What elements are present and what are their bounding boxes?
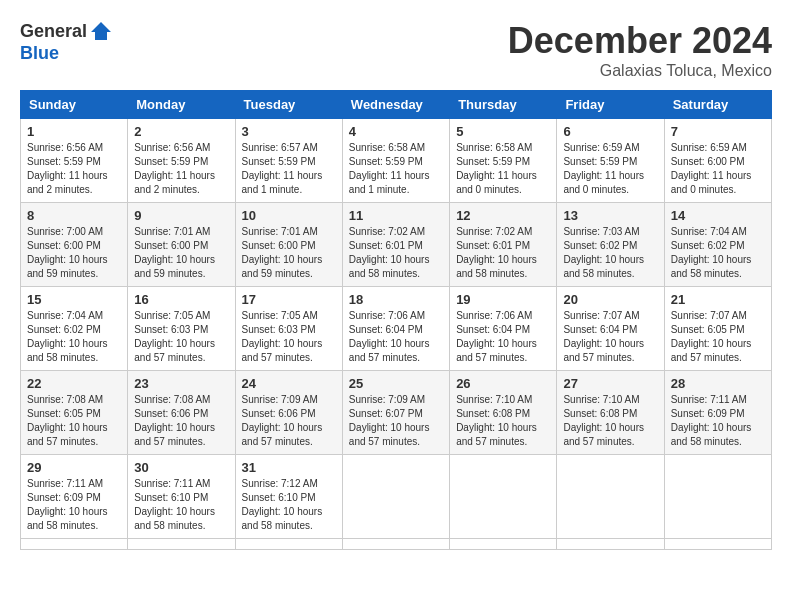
day-number: 4 bbox=[349, 124, 443, 139]
calendar-cell: 25 Sunrise: 7:09 AM Sunset: 6:07 PM Dayl… bbox=[342, 371, 449, 455]
day-number: 3 bbox=[242, 124, 336, 139]
calendar-cell: 12 Sunrise: 7:02 AM Sunset: 6:01 PM Dayl… bbox=[450, 203, 557, 287]
calendar-cell: 20 Sunrise: 7:07 AM Sunset: 6:04 PM Dayl… bbox=[557, 287, 664, 371]
calendar-table: Sunday Monday Tuesday Wednesday Thursday… bbox=[20, 90, 772, 550]
location: Galaxias Toluca, Mexico bbox=[508, 62, 772, 80]
day-info: Sunrise: 6:59 AM Sunset: 5:59 PM Dayligh… bbox=[563, 141, 657, 197]
day-info: Sunrise: 7:06 AM Sunset: 6:04 PM Dayligh… bbox=[349, 309, 443, 365]
calendar-cell: 2 Sunrise: 6:56 AM Sunset: 5:59 PM Dayli… bbox=[128, 119, 235, 203]
day-info: Sunrise: 7:10 AM Sunset: 6:08 PM Dayligh… bbox=[563, 393, 657, 449]
day-info: Sunrise: 7:07 AM Sunset: 6:05 PM Dayligh… bbox=[671, 309, 765, 365]
day-number: 2 bbox=[134, 124, 228, 139]
day-info: Sunrise: 7:10 AM Sunset: 6:08 PM Dayligh… bbox=[456, 393, 550, 449]
header-tuesday: Tuesday bbox=[235, 91, 342, 119]
day-info: Sunrise: 7:05 AM Sunset: 6:03 PM Dayligh… bbox=[134, 309, 228, 365]
day-number: 19 bbox=[456, 292, 550, 307]
calendar-cell: 5 Sunrise: 6:58 AM Sunset: 5:59 PM Dayli… bbox=[450, 119, 557, 203]
day-info: Sunrise: 7:01 AM Sunset: 6:00 PM Dayligh… bbox=[134, 225, 228, 281]
day-number: 25 bbox=[349, 376, 443, 391]
calendar-cell: 18 Sunrise: 7:06 AM Sunset: 6:04 PM Dayl… bbox=[342, 287, 449, 371]
calendar-week-row: 29 Sunrise: 7:11 AM Sunset: 6:09 PM Dayl… bbox=[21, 455, 772, 539]
calendar-cell bbox=[450, 539, 557, 550]
day-info: Sunrise: 7:06 AM Sunset: 6:04 PM Dayligh… bbox=[456, 309, 550, 365]
day-number: 10 bbox=[242, 208, 336, 223]
day-info: Sunrise: 7:12 AM Sunset: 6:10 PM Dayligh… bbox=[242, 477, 336, 533]
page-header: General Blue December 2024 Galaxias Tolu… bbox=[20, 20, 772, 80]
calendar-cell bbox=[235, 539, 342, 550]
day-number: 23 bbox=[134, 376, 228, 391]
calendar-cell: 24 Sunrise: 7:09 AM Sunset: 6:06 PM Dayl… bbox=[235, 371, 342, 455]
day-info: Sunrise: 7:08 AM Sunset: 6:05 PM Dayligh… bbox=[27, 393, 121, 449]
calendar-cell: 13 Sunrise: 7:03 AM Sunset: 6:02 PM Dayl… bbox=[557, 203, 664, 287]
day-info: Sunrise: 7:11 AM Sunset: 6:09 PM Dayligh… bbox=[671, 393, 765, 449]
day-info: Sunrise: 6:56 AM Sunset: 5:59 PM Dayligh… bbox=[27, 141, 121, 197]
day-number: 12 bbox=[456, 208, 550, 223]
calendar-cell: 15 Sunrise: 7:04 AM Sunset: 6:02 PM Dayl… bbox=[21, 287, 128, 371]
calendar-cell bbox=[21, 539, 128, 550]
day-number: 5 bbox=[456, 124, 550, 139]
header-friday: Friday bbox=[557, 91, 664, 119]
day-number: 28 bbox=[671, 376, 765, 391]
calendar-cell bbox=[342, 455, 449, 539]
day-number: 11 bbox=[349, 208, 443, 223]
day-info: Sunrise: 7:02 AM Sunset: 6:01 PM Dayligh… bbox=[349, 225, 443, 281]
calendar-cell bbox=[664, 455, 771, 539]
day-info: Sunrise: 7:11 AM Sunset: 6:10 PM Dayligh… bbox=[134, 477, 228, 533]
day-number: 31 bbox=[242, 460, 336, 475]
calendar-cell: 11 Sunrise: 7:02 AM Sunset: 6:01 PM Dayl… bbox=[342, 203, 449, 287]
calendar-week-row: 1 Sunrise: 6:56 AM Sunset: 5:59 PM Dayli… bbox=[21, 119, 772, 203]
day-number: 22 bbox=[27, 376, 121, 391]
header-thursday: Thursday bbox=[450, 91, 557, 119]
header-saturday: Saturday bbox=[664, 91, 771, 119]
title-area: December 2024 Galaxias Toluca, Mexico bbox=[508, 20, 772, 80]
header-monday: Monday bbox=[128, 91, 235, 119]
day-info: Sunrise: 7:05 AM Sunset: 6:03 PM Dayligh… bbox=[242, 309, 336, 365]
calendar-cell: 16 Sunrise: 7:05 AM Sunset: 6:03 PM Dayl… bbox=[128, 287, 235, 371]
day-number: 17 bbox=[242, 292, 336, 307]
calendar-week-row: 15 Sunrise: 7:04 AM Sunset: 6:02 PM Dayl… bbox=[21, 287, 772, 371]
logo-icon bbox=[89, 20, 113, 44]
calendar-cell: 4 Sunrise: 6:58 AM Sunset: 5:59 PM Dayli… bbox=[342, 119, 449, 203]
day-number: 16 bbox=[134, 292, 228, 307]
header-sunday: Sunday bbox=[21, 91, 128, 119]
day-info: Sunrise: 7:08 AM Sunset: 6:06 PM Dayligh… bbox=[134, 393, 228, 449]
calendar-cell: 22 Sunrise: 7:08 AM Sunset: 6:05 PM Dayl… bbox=[21, 371, 128, 455]
day-number: 9 bbox=[134, 208, 228, 223]
calendar-cell: 26 Sunrise: 7:10 AM Sunset: 6:08 PM Dayl… bbox=[450, 371, 557, 455]
day-info: Sunrise: 7:09 AM Sunset: 6:06 PM Dayligh… bbox=[242, 393, 336, 449]
logo-general-text: General bbox=[20, 22, 87, 42]
calendar-cell: 29 Sunrise: 7:11 AM Sunset: 6:09 PM Dayl… bbox=[21, 455, 128, 539]
logo-blue-text: Blue bbox=[20, 44, 113, 64]
day-number: 1 bbox=[27, 124, 121, 139]
calendar-cell: 14 Sunrise: 7:04 AM Sunset: 6:02 PM Dayl… bbox=[664, 203, 771, 287]
calendar-cell bbox=[557, 539, 664, 550]
calendar-cell: 23 Sunrise: 7:08 AM Sunset: 6:06 PM Dayl… bbox=[128, 371, 235, 455]
calendar-cell bbox=[342, 539, 449, 550]
calendar-week-row: 8 Sunrise: 7:00 AM Sunset: 6:00 PM Dayli… bbox=[21, 203, 772, 287]
day-number: 29 bbox=[27, 460, 121, 475]
day-number: 26 bbox=[456, 376, 550, 391]
calendar-cell: 8 Sunrise: 7:00 AM Sunset: 6:00 PM Dayli… bbox=[21, 203, 128, 287]
month-title: December 2024 bbox=[508, 20, 772, 62]
day-info: Sunrise: 6:58 AM Sunset: 5:59 PM Dayligh… bbox=[456, 141, 550, 197]
day-number: 30 bbox=[134, 460, 228, 475]
day-info: Sunrise: 7:07 AM Sunset: 6:04 PM Dayligh… bbox=[563, 309, 657, 365]
calendar-cell: 7 Sunrise: 6:59 AM Sunset: 6:00 PM Dayli… bbox=[664, 119, 771, 203]
day-info: Sunrise: 7:09 AM Sunset: 6:07 PM Dayligh… bbox=[349, 393, 443, 449]
calendar-cell: 3 Sunrise: 6:57 AM Sunset: 5:59 PM Dayli… bbox=[235, 119, 342, 203]
calendar-cell: 6 Sunrise: 6:59 AM Sunset: 5:59 PM Dayli… bbox=[557, 119, 664, 203]
calendar-cell bbox=[664, 539, 771, 550]
calendar-cell bbox=[557, 455, 664, 539]
day-number: 14 bbox=[671, 208, 765, 223]
calendar-cell: 30 Sunrise: 7:11 AM Sunset: 6:10 PM Dayl… bbox=[128, 455, 235, 539]
day-info: Sunrise: 6:59 AM Sunset: 6:00 PM Dayligh… bbox=[671, 141, 765, 197]
day-number: 6 bbox=[563, 124, 657, 139]
day-number: 7 bbox=[671, 124, 765, 139]
calendar-cell: 21 Sunrise: 7:07 AM Sunset: 6:05 PM Dayl… bbox=[664, 287, 771, 371]
day-number: 13 bbox=[563, 208, 657, 223]
calendar-cell: 10 Sunrise: 7:01 AM Sunset: 6:00 PM Dayl… bbox=[235, 203, 342, 287]
calendar-week-row: 22 Sunrise: 7:08 AM Sunset: 6:05 PM Dayl… bbox=[21, 371, 772, 455]
day-info: Sunrise: 6:57 AM Sunset: 5:59 PM Dayligh… bbox=[242, 141, 336, 197]
calendar-cell: 31 Sunrise: 7:12 AM Sunset: 6:10 PM Dayl… bbox=[235, 455, 342, 539]
day-info: Sunrise: 7:02 AM Sunset: 6:01 PM Dayligh… bbox=[456, 225, 550, 281]
